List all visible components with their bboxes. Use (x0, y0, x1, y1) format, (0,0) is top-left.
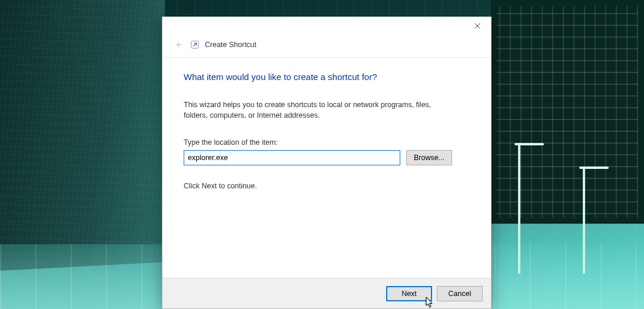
titlebar (162, 17, 491, 36)
wizard-description: This wizard helps you to create shortcut… (184, 99, 454, 121)
back-button[interactable] (172, 38, 185, 51)
page-heading: What item would you like to create a sho… (184, 72, 470, 82)
cancel-button[interactable]: Cancel (437, 286, 483, 301)
location-input[interactable] (184, 150, 400, 165)
next-button[interactable]: Next (386, 286, 432, 301)
back-arrow-icon (174, 41, 182, 49)
shortcut-arrow-icon (191, 41, 199, 49)
dialog-footer: Next Cancel (162, 278, 491, 308)
close-button[interactable] (464, 17, 491, 35)
location-label: Type the location of the item: (184, 138, 470, 147)
breadcrumb: Create Shortcut (162, 36, 491, 58)
create-shortcut-dialog: Create Shortcut What item would you like… (162, 16, 492, 309)
close-icon (474, 23, 480, 29)
dialog-content: What item would you like to create a sho… (162, 58, 491, 278)
continue-instruction: Click Next to continue. (184, 182, 470, 190)
browse-button[interactable]: Browse... (406, 150, 452, 165)
window-title: Create Shortcut (205, 41, 257, 49)
